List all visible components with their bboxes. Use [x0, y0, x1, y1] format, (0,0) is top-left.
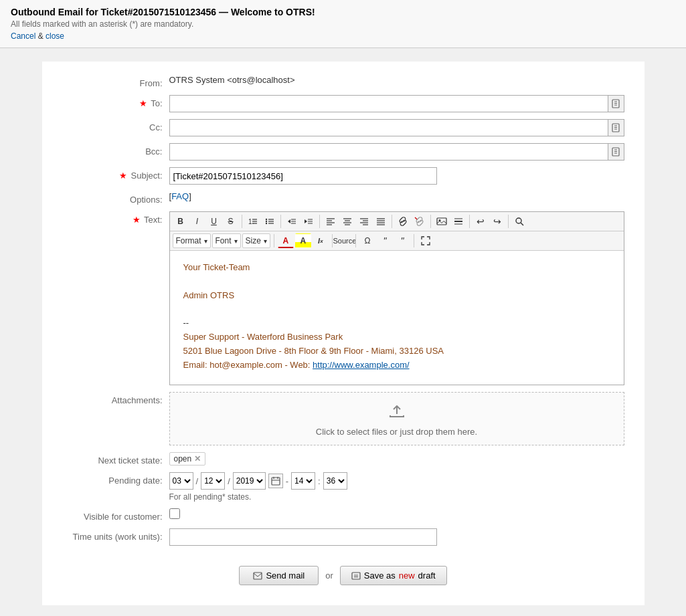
- cc-input[interactable]: [169, 119, 608, 136]
- underline-button[interactable]: U: [206, 214, 222, 229]
- source-label: Source: [333, 237, 356, 245]
- to-input[interactable]: [169, 95, 608, 112]
- subject-required-star: ★: [119, 171, 127, 181]
- align-right-button[interactable]: [356, 214, 372, 229]
- svg-line-46: [415, 217, 417, 219]
- link-button[interactable]: [395, 214, 411, 229]
- editor-line3: --: [183, 318, 189, 328]
- image-icon: [436, 217, 447, 226]
- format-dropdown[interactable]: Format ▾: [173, 233, 211, 248]
- svg-point-17: [265, 221, 266, 222]
- pending-day-select[interactable]: 12: [201, 472, 225, 490]
- indent-more-button[interactable]: [301, 214, 317, 229]
- svg-rect-60: [352, 573, 360, 579]
- text-row: ★ Text: B I U S 1.: [62, 211, 624, 385]
- fullscreen-icon: [421, 236, 430, 245]
- options-field: [ FAQ ]: [169, 191, 624, 201]
- unlink-button[interactable]: [412, 214, 428, 229]
- text-required-star: ★: [133, 215, 141, 225]
- cc-field: [169, 119, 624, 136]
- page-title: Outbound Email for Ticket#20150715101234…: [11, 7, 675, 17]
- subject-input[interactable]: [169, 167, 437, 185]
- toolbar-sep6: [469, 215, 470, 228]
- pending-minute-select[interactable]: 36: [323, 472, 347, 490]
- toolbar-sep10: [355, 234, 356, 247]
- svg-point-18: [265, 223, 266, 224]
- align-center-button[interactable]: [339, 214, 355, 229]
- bcc-addressbook-button[interactable]: [608, 143, 624, 161]
- close-link[interactable]: close: [46, 31, 64, 41]
- send-icon: [253, 571, 262, 581]
- to-required-star: ★: [139, 98, 147, 108]
- horizontal-rule-icon: [454, 217, 463, 226]
- unordered-list-icon: [265, 217, 274, 226]
- text-label: ★ Text:: [62, 211, 169, 225]
- from-row: From: OTRS System <otrs@localhost>: [62, 75, 624, 88]
- bg-color-button[interactable]: A: [295, 233, 311, 248]
- draft-icon: [351, 571, 361, 581]
- send-mail-label: Send mail: [266, 571, 305, 581]
- visibility-checkbox[interactable]: [169, 508, 180, 519]
- redo-button[interactable]: ↪: [489, 214, 505, 229]
- unordered-list-button[interactable]: [262, 214, 278, 229]
- size-dropdown[interactable]: Size ▾: [242, 233, 270, 248]
- time-units-input[interactable]: [169, 528, 437, 546]
- cc-input-group: [169, 119, 624, 136]
- toolbar-sep1: [242, 215, 242, 228]
- ordered-list-button[interactable]: 1.: [245, 214, 261, 229]
- italic-button[interactable]: I: [189, 214, 205, 229]
- upload-svg-icon: [387, 401, 407, 419]
- visibility-row: Visible for customer:: [62, 508, 624, 522]
- editor-content[interactable]: Your Ticket-Team Admin OTRS -- Super Sup…: [170, 251, 624, 385]
- bold-button[interactable]: B: [173, 214, 189, 229]
- pending-hour-select[interactable]: 14: [291, 472, 315, 490]
- calendar-button[interactable]: [268, 474, 283, 488]
- pending-month-select[interactable]: 03: [169, 472, 193, 490]
- search-icon: [515, 217, 524, 226]
- send-mail-button[interactable]: Send mail: [239, 566, 319, 585]
- font-color-button[interactable]: A: [278, 233, 294, 248]
- calendar-icon: [271, 476, 280, 486]
- subject-label: ★ Subject:: [62, 167, 169, 181]
- to-addressbook-button[interactable]: [608, 95, 624, 112]
- toolbar-row1: B I U S 1.: [170, 212, 624, 231]
- from-field: OTRS System <otrs@localhost>: [169, 75, 624, 85]
- special-char-button[interactable]: Ω: [359, 233, 375, 248]
- toolbar-sep7: [508, 215, 509, 228]
- svg-point-16: [265, 219, 266, 220]
- fullscreen-button[interactable]: [418, 233, 434, 248]
- align-left-button[interactable]: [323, 214, 339, 229]
- addressbook-icon: [611, 99, 620, 108]
- cancel-link[interactable]: Cancel: [11, 31, 35, 41]
- font-label: Font: [216, 236, 232, 245]
- toolbar-row2: Format ▾ Font ▾ Size ▾ A A Ix: [170, 231, 624, 251]
- faq-link[interactable]: FAQ: [171, 191, 189, 201]
- cite-button[interactable]: ": [394, 233, 410, 248]
- font-dropdown[interactable]: Font ▾: [212, 233, 241, 248]
- draft-suffix: draft: [418, 571, 436, 581]
- bcc-input[interactable]: [169, 143, 608, 161]
- footer-or: or: [325, 571, 333, 581]
- strikethrough-button[interactable]: S: [223, 214, 239, 229]
- save-draft-button[interactable]: Save as new draft: [340, 566, 447, 585]
- attachments-field: Click to select files or just drop them …: [169, 392, 624, 445]
- toolbar-sep4: [392, 215, 392, 228]
- blockquote-button[interactable]: ": [377, 233, 393, 248]
- undo-button[interactable]: ↩: [473, 214, 489, 229]
- ticket-state-remove-button[interactable]: ✕: [194, 454, 201, 464]
- align-justify-button[interactable]: [373, 214, 389, 229]
- search-button[interactable]: [511, 214, 527, 229]
- indent-less-button[interactable]: [284, 214, 300, 229]
- pending-year-select[interactable]: 2019: [233, 472, 266, 490]
- toolbar-sep8: [274, 234, 274, 247]
- editor-link[interactable]: http://www.example.com/: [313, 360, 410, 370]
- image-button[interactable]: [434, 214, 450, 229]
- cc-addressbook-button[interactable]: [608, 119, 624, 136]
- attachments-dropzone[interactable]: Click to select files or just drop them …: [169, 392, 624, 445]
- clear-format-button[interactable]: Ix: [313, 233, 329, 248]
- source-button[interactable]: Source: [336, 233, 352, 248]
- format-label: Format: [176, 236, 201, 245]
- svg-rect-59: [254, 573, 262, 579]
- horizontal-rule-button[interactable]: [450, 214, 466, 229]
- indent-more-icon: [304, 217, 313, 226]
